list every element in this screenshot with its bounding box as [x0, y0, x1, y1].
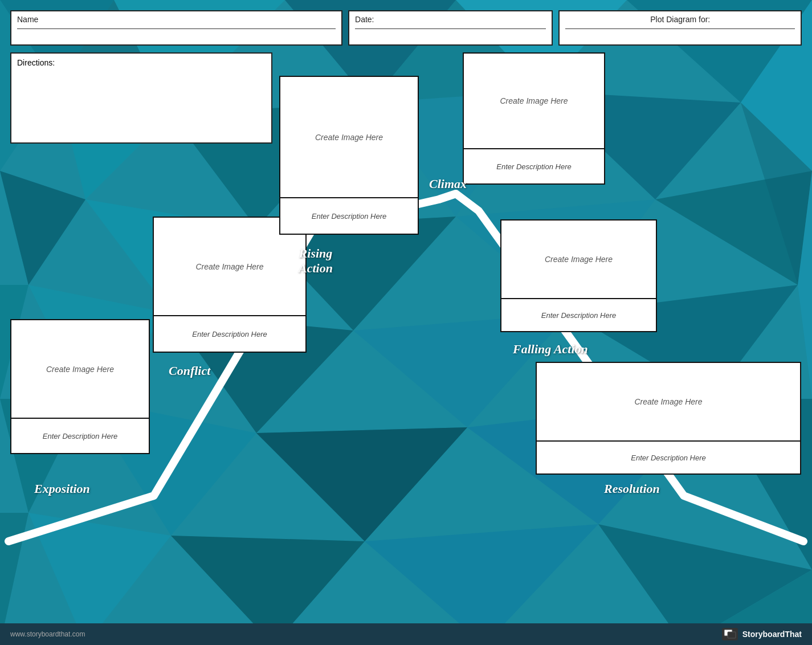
svg-rect-40	[728, 632, 736, 638]
date-label: Date:	[355, 15, 546, 24]
resolution-label: Resolution	[604, 481, 660, 496]
plot-line	[565, 28, 795, 29]
falling-action-desc[interactable]: Enter Description Here	[500, 299, 657, 332]
directions-box[interactable]: Directions:	[10, 52, 272, 144]
date-field[interactable]: Date:	[348, 10, 553, 46]
footer-url: www.storyboardthat.com	[10, 630, 85, 638]
header-row: Name Date: Plot Diagram for:	[10, 10, 802, 46]
name-label: Name	[17, 15, 336, 24]
plot-label: Plot Diagram for:	[565, 15, 795, 24]
storyboard-icon	[722, 628, 738, 640]
directions-label: Directions:	[17, 58, 55, 67]
climax-label: Climax	[429, 177, 467, 191]
resolution-desc[interactable]: Enter Description Here	[536, 442, 801, 475]
name-line	[17, 28, 336, 29]
falling-action-label: Falling Action	[513, 342, 588, 357]
falling-action-image[interactable]: Create Image Here	[500, 219, 657, 299]
brand-name: StoryboardThat	[742, 630, 802, 639]
resolution-image[interactable]: Create Image Here	[536, 362, 801, 442]
footer: www.storyboardthat.com StoryboardThat	[0, 623, 812, 645]
name-field[interactable]: Name	[10, 10, 342, 46]
date-line	[355, 28, 546, 29]
plot-field[interactable]: Plot Diagram for:	[558, 10, 802, 46]
exposition-image[interactable]: Create Image Here	[10, 319, 150, 419]
conflict-desc[interactable]: Enter Description Here	[153, 316, 307, 353]
exposition-label: Exposition	[34, 481, 90, 496]
climax-image[interactable]: Create Image Here	[463, 52, 605, 149]
rising-action-desc[interactable]: Enter Description Here	[279, 198, 419, 235]
conflict-label: Conflict	[169, 364, 210, 378]
climax-desc[interactable]: Enter Description Here	[463, 149, 605, 185]
footer-brand: StoryboardThat	[722, 628, 802, 640]
rising-action-label: RisingAction	[299, 246, 333, 276]
exposition-desc[interactable]: Enter Description Here	[10, 419, 150, 454]
rising-action-image[interactable]: Create Image Here	[279, 76, 419, 198]
